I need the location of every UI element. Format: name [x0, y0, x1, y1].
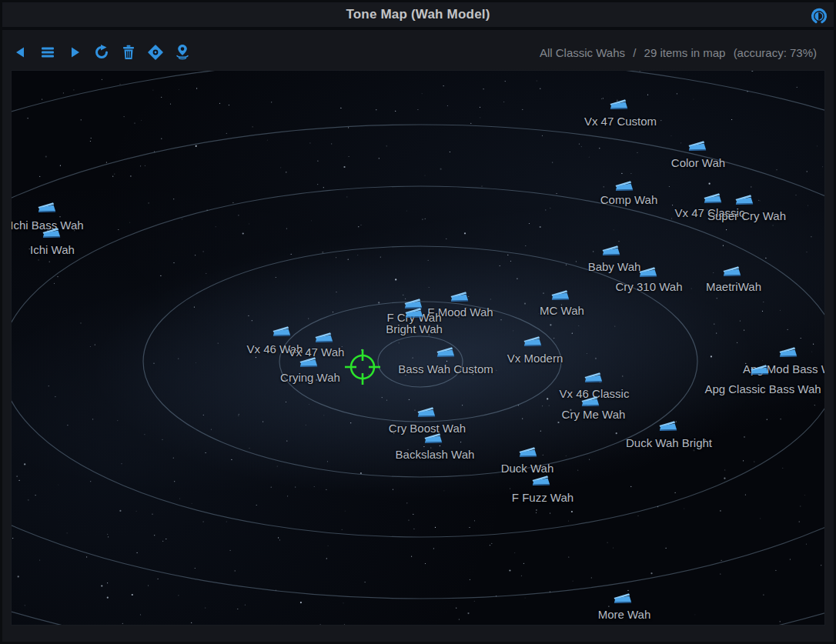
delete-trash-icon[interactable] — [119, 42, 139, 62]
wah-pedal-icon[interactable] — [550, 289, 570, 301]
map-item-label: More Wah — [598, 608, 651, 621]
map-item-label: Crying Wah — [280, 371, 340, 384]
wah-pedal-icon[interactable] — [531, 474, 551, 486]
wah-pedal-icon[interactable] — [518, 445, 538, 458]
wah-pedal-icon[interactable] — [601, 244, 621, 256]
wah-pedal-icon[interactable] — [37, 201, 57, 213]
map-item-label: Super Cry Wah — [707, 209, 786, 222]
map-item-label: Comp Wah — [600, 193, 657, 206]
back-button[interactable] — [11, 42, 31, 62]
forward-button[interactable] — [65, 42, 85, 62]
map-ring — [12, 71, 825, 626]
map-item-label: Cry 310 Wah — [616, 280, 683, 293]
menu-icon[interactable] — [38, 42, 58, 62]
wah-pedal-icon[interactable] — [614, 179, 634, 192]
wah-pedal-icon[interactable] — [299, 355, 319, 368]
wah-pedal-icon[interactable] — [778, 345, 798, 358]
map-item-label: Backslash Wah — [396, 448, 475, 461]
wah-pedal-icon[interactable] — [436, 345, 456, 358]
map-item-label: Apg Classic Bass Wah — [704, 382, 821, 395]
wah-pedal-icon[interactable] — [523, 335, 543, 347]
map-item-label: Duck Wah Bright — [626, 436, 712, 449]
map-item-label: Cry Me Wah — [562, 408, 626, 421]
target-compass-icon[interactable] — [145, 42, 166, 62]
map-rings-layer — [12, 71, 825, 626]
wah-pedal-icon[interactable] — [638, 265, 658, 278]
map-status: All Classic Wahs / 29 items in map (accu… — [535, 46, 817, 59]
map-item-label: Duck Wah — [501, 462, 554, 475]
refresh-icon[interactable] — [92, 42, 112, 62]
map-item-label: Bass Wah Custom — [398, 362, 493, 375]
content-area: All Classic Wahs / 29 items in map (accu… — [2, 33, 834, 642]
accuracy-value: (accuracy: 73%) — [734, 46, 817, 59]
wah-pedal-icon[interactable] — [450, 290, 470, 302]
map-item-label: Ichi Wah — [30, 243, 75, 256]
wah-pedal-icon[interactable] — [423, 432, 443, 444]
wah-pedal-icon[interactable] — [404, 306, 424, 319]
wah-pedal-icon[interactable] — [703, 192, 723, 204]
wah-pedal-icon[interactable] — [272, 325, 292, 337]
title-bar: Tone Map (Wah Model) — [2, 2, 834, 30]
status-divider: / — [633, 46, 636, 59]
map-item-label: Baby Wah — [588, 260, 641, 273]
items-count: 29 items in map — [644, 46, 726, 59]
map-item-label: MC Wah — [540, 304, 584, 317]
tone-map[interactable]: Vx 47 Custom Color Wah Comp Wah Vx 47 Cl… — [11, 70, 825, 626]
locate-pin-icon[interactable] — [172, 42, 192, 62]
wah-pedal-icon[interactable] — [584, 371, 604, 383]
plugin-window: Tone Map (Wah Model) — [0, 0, 836, 644]
wah-pedal-icon[interactable] — [416, 405, 436, 418]
map-item-label: Bright Wah — [386, 322, 443, 335]
collection-name: All Classic Wahs — [540, 46, 625, 59]
wah-pedal-icon[interactable] — [314, 331, 334, 343]
knob-icon[interactable] — [810, 7, 828, 25]
wah-pedal-icon[interactable] — [613, 592, 633, 604]
page-title: Tone Map (Wah Model) — [346, 7, 490, 22]
selection-crosshair[interactable] — [345, 349, 380, 385]
map-item-label: MaetriWah — [706, 280, 761, 293]
wah-pedal-icon[interactable] — [722, 265, 742, 277]
toolbar-buttons — [11, 42, 192, 62]
toolbar: All Classic Wahs / 29 items in map (accu… — [11, 39, 817, 65]
wah-pedal-icon[interactable] — [609, 98, 629, 110]
wah-pedal-icon[interactable] — [658, 419, 678, 432]
map-item-label: Color Wah — [671, 156, 725, 169]
wah-pedal-icon[interactable] — [42, 226, 62, 239]
map-item-label: F Fuzz Wah — [512, 491, 573, 504]
wah-pedal-icon[interactable] — [734, 193, 754, 205]
map-item-label: Vx 47 Custom — [584, 115, 657, 128]
wah-pedal-icon[interactable] — [580, 395, 600, 407]
wah-pedal-icon[interactable] — [687, 139, 707, 152]
map-item-label: Vx Modern — [507, 352, 563, 365]
wah-pedal-icon[interactable] — [750, 363, 770, 375]
